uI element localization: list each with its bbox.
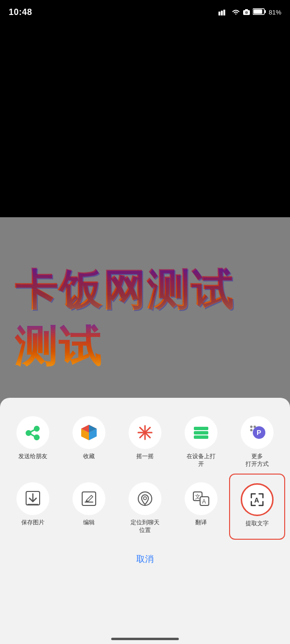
svg-point-4 [245,11,248,14]
battery-icon [253,8,266,15]
svg-point-26 [250,429,253,432]
action-grid-row1: 发送给朋友 收藏 [5,407,285,474]
locate-icon-circle [129,482,161,515]
action-share[interactable]: 发送给朋友 [5,407,61,474]
edit-label: 编辑 [83,519,95,527]
status-icons: 81% [218,8,281,16]
svg-point-25 [254,426,256,428]
locate-label: 定位到聊天位置 [130,519,160,534]
svg-point-33 [138,492,152,505]
action-collect[interactable]: 收藏 [61,407,117,474]
signal-icon [218,9,229,15]
camera-icon [243,9,250,15]
wifi-icon [232,9,240,15]
content-subtitle: 测试 [14,323,276,370]
svg-rect-1 [221,11,223,15]
svg-rect-20 [194,427,208,430]
svg-point-19 [144,431,146,434]
share-icon [25,425,41,440]
cancel-button[interactable]: 取消 [5,545,285,574]
action-edit[interactable]: 编辑 [61,474,117,540]
svg-rect-21 [194,431,208,434]
battery-percent [253,8,266,16]
status-bar: 10:48 81% [0,0,290,24]
action-locate[interactable]: 定位到聊天位置 [117,474,173,540]
svg-point-34 [144,497,146,500]
shake-icon [137,425,153,440]
svg-rect-22 [194,435,208,439]
translate-icon-circle: 文 A [185,482,218,515]
edit-icon-circle [72,482,105,515]
save-image-label: 保存图片 [21,519,44,527]
save-image-icon [26,491,40,506]
share-icon-circle [16,416,49,449]
battery-text: 81% [269,9,281,16]
black-area [0,24,290,217]
collect-icon [80,424,98,441]
collect-label: 收藏 [83,453,95,461]
extract-text-label: 提取文字 [246,520,269,528]
action-extract-text[interactable]: A 提取文字 [229,474,285,540]
home-indicator [111,638,179,640]
open-device-icon-circle [185,416,218,449]
svg-rect-31 [82,492,96,505]
status-time: 10:48 [9,7,32,17]
shake-label: 摇一摇 [136,453,154,461]
translate-label: 翻译 [195,519,207,527]
svg-rect-5 [245,9,248,11]
svg-text:A: A [254,496,259,504]
locate-icon [137,491,153,506]
extract-text-icon-circle: A [241,483,274,516]
more-label: 更多打开方式 [246,453,269,468]
action-more[interactable]: P 更多打开方式 [229,407,285,474]
svg-rect-0 [218,12,220,15]
svg-text:A: A [202,498,206,505]
action-save-image[interactable]: 保存图片 [5,474,61,540]
svg-rect-7 [264,10,266,13]
svg-rect-8 [253,9,262,14]
action-shake[interactable]: 摇一摇 [117,407,173,474]
edit-icon [82,491,96,506]
save-image-icon-circle [16,482,49,515]
translate-icon: 文 A [193,491,209,506]
more-icon-circle: P [241,416,274,449]
action-translate[interactable]: 文 A 翻译 [173,474,229,540]
shake-icon-circle [129,416,161,449]
svg-point-24 [250,426,253,428]
more-icon: P [248,424,266,441]
share-label: 发送给朋友 [18,453,47,461]
content-area: 卡饭网测试 测试 [0,217,290,420]
collect-icon-circle [72,416,105,449]
bottom-sheet: 发送给朋友 收藏 [0,398,290,644]
svg-rect-2 [223,10,225,15]
open-device-label: 在设备上打开 [187,453,216,468]
open-device-icon [193,426,209,439]
svg-text:P: P [257,429,261,436]
action-open-device[interactable]: 在设备上打开 [173,407,229,474]
content-title: 卡饭网测试 [14,267,276,314]
extract-text-icon: A [249,492,265,507]
action-grid-row2: 保存图片 编辑 定位到聊天位置 [5,474,285,540]
